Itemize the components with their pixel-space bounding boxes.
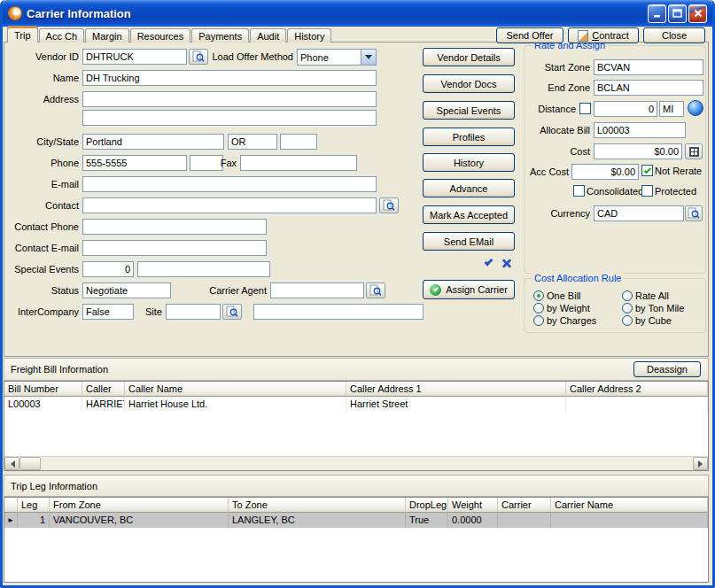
column-header-from-zone[interactable]: From Zone	[50, 498, 229, 513]
currency-lookup-button[interactable]	[685, 205, 703, 221]
status-input[interactable]	[82, 282, 171, 298]
name-input[interactable]	[82, 70, 377, 86]
carrier-agent-input[interactable]	[270, 282, 364, 298]
protected-checkbox[interactable]	[641, 185, 653, 197]
app-icon[interactable]	[8, 6, 22, 20]
column-header-dropleg[interactable]: DropLeg	[406, 498, 448, 513]
column-header-weight[interactable]: Weight	[448, 498, 498, 513]
special-events-input[interactable]	[137, 261, 270, 277]
cell-from-zone: VANCOUVER, BC	[50, 513, 229, 528]
load-offer-method-value[interactable]	[298, 50, 361, 65]
globe-icon[interactable]	[688, 100, 703, 116]
maximize-button[interactable]	[668, 4, 687, 23]
phone-input[interactable]	[82, 155, 187, 171]
column-header-caller-name[interactable]: Caller Name	[125, 382, 346, 397]
column-header-carrier[interactable]: Carrier	[498, 498, 551, 513]
fax-input[interactable]	[240, 155, 357, 171]
vendor-id-input[interactable]	[82, 49, 187, 65]
cost-input[interactable]	[594, 143, 682, 159]
contract-button[interactable]: Contract	[568, 27, 639, 43]
address-line2-input[interactable]	[82, 110, 377, 126]
column-header-caller-address-2[interactable]: Caller Address 2	[566, 382, 708, 397]
city-input[interactable]	[82, 134, 224, 150]
column-header-carrier-name[interactable]: Carrier Name	[551, 498, 708, 513]
tab-trip[interactable]: Trip	[7, 26, 38, 43]
mark-as-accepted-button[interactable]: Mark As Accepted	[423, 205, 515, 224]
freight-bill-row[interactable]: L00003 HARRIET Harriet House Ltd. Harrie…	[4, 397, 708, 412]
special-events-count-input[interactable]	[82, 261, 134, 277]
close-icon	[694, 9, 703, 18]
send-email-button[interactable]: Send EMail	[423, 232, 515, 251]
minimize-button[interactable]	[648, 4, 666, 23]
scroll-thumb[interactable]	[19, 457, 41, 470]
intercompany-input[interactable]	[82, 304, 134, 320]
radio-by-ton-mile[interactable]	[622, 303, 633, 313]
load-offer-method-select[interactable]	[297, 49, 377, 66]
scroll-right-button[interactable]	[693, 457, 708, 470]
distance-input[interactable]	[594, 101, 657, 117]
cost-allocation-rule-title: Cost Allocation Rule	[532, 273, 624, 284]
deassign-button[interactable]: Deassign	[633, 361, 701, 377]
column-header-leg[interactable]: Leg	[18, 498, 50, 513]
tab-history[interactable]: History	[287, 28, 331, 43]
end-zone-input[interactable]	[594, 80, 703, 96]
close-dialog-button[interactable]: Close	[643, 27, 705, 43]
column-header-caller[interactable]: Caller	[82, 382, 125, 397]
site-extra-input[interactable]	[253, 304, 424, 320]
carrier-agent-lookup-button[interactable]	[366, 282, 385, 298]
dropdown-button[interactable]	[361, 50, 376, 65]
allocate-bill-input[interactable]	[594, 122, 686, 138]
name-label: Name	[4, 72, 79, 84]
header-buttons: Send Offer Contract Close	[496, 27, 705, 43]
site-lookup-button[interactable]	[222, 304, 242, 320]
special-events-button[interactable]: Special Events	[423, 101, 515, 120]
assign-carrier-button[interactable]: Assign Carrier	[423, 280, 515, 299]
consolidated-checkbox[interactable]	[573, 185, 585, 197]
vendor-docs-button[interactable]: Vendor Docs	[423, 74, 515, 93]
column-header-caller-address-1[interactable]: Caller Address 1	[346, 382, 566, 397]
tab-margin[interactable]: Margin	[85, 28, 129, 43]
profiles-button[interactable]: Profiles	[423, 128, 515, 146]
calculator-button[interactable]	[685, 143, 703, 159]
confirm-icon[interactable]	[483, 257, 497, 271]
contact-lookup-button[interactable]	[379, 197, 399, 213]
acc-cost-input[interactable]	[571, 164, 639, 180]
distance-checkbox[interactable]	[579, 103, 591, 114]
tab-audit[interactable]: Audit	[250, 28, 286, 43]
address-line1-input[interactable]	[82, 91, 377, 107]
state-input[interactable]	[228, 134, 277, 150]
tab-acc-ch[interactable]: Acc Ch	[39, 28, 84, 43]
site-input[interactable]	[166, 304, 221, 320]
vendor-id-lookup-button[interactable]	[189, 49, 208, 65]
send-offer-button[interactable]: Send Offer	[496, 27, 563, 43]
column-header-to-zone[interactable]: To Zone	[229, 498, 406, 513]
radio-by-weight[interactable]	[533, 303, 544, 313]
scroll-left-button[interactable]	[4, 457, 19, 470]
vendor-details-button[interactable]: Vendor Details	[423, 48, 515, 66]
scroll-left-icon	[7, 460, 15, 468]
advance-button[interactable]: Advance	[423, 179, 515, 197]
trip-leg-row[interactable]: ► 1 VANCOUVER, BC LANGLEY, BC True 0.000…	[4, 513, 708, 528]
email-label: E-mail	[4, 178, 79, 190]
tab-resources[interactable]: Resources	[130, 28, 191, 43]
not-rerate-checkbox[interactable]	[641, 165, 653, 176]
radio-one-bill[interactable]	[533, 290, 544, 301]
zip-input[interactable]	[280, 134, 317, 150]
radio-by-charges[interactable]	[533, 315, 544, 326]
radio-rate-all[interactable]	[622, 290, 633, 301]
tab-payments[interactable]: Payments	[191, 28, 249, 43]
history-button[interactable]: History	[423, 153, 515, 172]
allocate-bill-label: Allocate Bill	[525, 124, 590, 136]
start-zone-input[interactable]	[594, 59, 703, 75]
email-input[interactable]	[82, 176, 377, 192]
close-button[interactable]	[688, 4, 707, 23]
contact-input[interactable]	[82, 197, 377, 213]
contact-phone-input[interactable]	[82, 219, 267, 235]
distance-unit-input[interactable]	[659, 101, 684, 117]
contact-phone-label: Contact Phone	[4, 220, 79, 233]
cancel-icon[interactable]	[500, 257, 514, 271]
column-header-bill-number[interactable]: Bill Number	[4, 382, 82, 397]
currency-input[interactable]	[594, 205, 684, 221]
contact-email-input[interactable]	[82, 240, 267, 256]
radio-by-cube[interactable]	[622, 315, 633, 326]
